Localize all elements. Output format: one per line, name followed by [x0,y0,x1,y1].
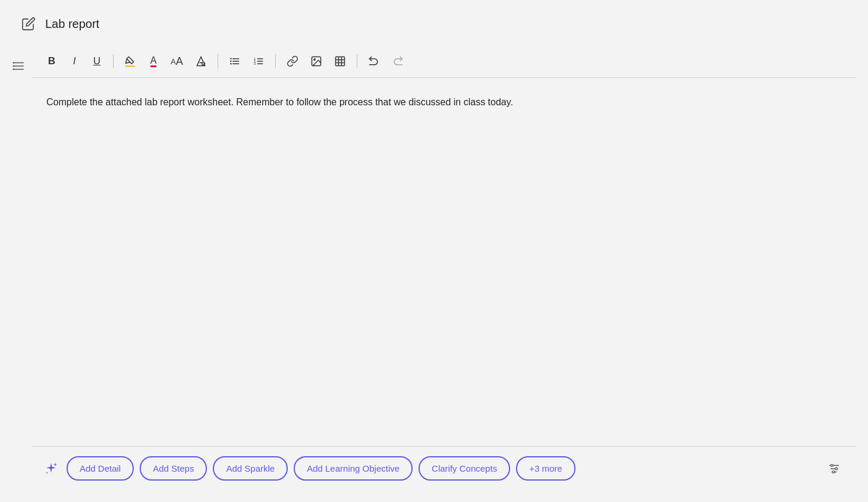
table-button[interactable] [329,51,351,71]
svg-rect-22 [335,57,344,66]
undo-button[interactable] [363,51,385,71]
svg-point-21 [314,59,316,61]
svg-text:3: 3 [253,62,255,65]
bold-button[interactable]: B [42,51,62,71]
filter-button[interactable] [824,459,844,479]
link-button[interactable] [282,51,303,71]
svg-point-3 [13,62,14,63]
add-sparkle-button[interactable]: Add Sparkle [213,456,288,481]
svg-point-5 [13,69,14,70]
action-bar: Add Detail Add Steps Add Sparkle Add Lea… [32,446,856,490]
editor-panel: B I U [32,45,856,490]
sparkle-icon [44,462,58,476]
redo-button[interactable] [387,51,408,71]
more-button[interactable]: +3 more [516,456,575,481]
add-detail-button[interactable]: Add Detail [67,456,134,481]
document-title: Lab report [45,17,99,31]
sidebar-list-icon[interactable] [12,45,32,490]
add-learning-objective-button[interactable]: Add Learning Objective [294,456,413,481]
divider-3 [275,54,276,68]
content-text: Complete the attached lab report workshe… [46,95,842,110]
divider-2 [218,54,218,68]
image-button[interactable] [306,51,327,71]
editor-container: B I U [12,45,856,490]
svg-point-31 [835,468,838,470]
svg-point-30 [831,464,834,466]
italic-button[interactable]: I [64,51,84,71]
svg-point-4 [13,66,14,67]
action-bar-right [824,459,844,479]
font-color-button[interactable]: A [143,51,163,71]
add-steps-button[interactable]: Add Steps [140,456,207,481]
title-bar: Lab report [12,12,856,36]
edit-icon[interactable] [21,17,36,31]
svg-point-10 [230,61,232,62]
divider-4 [357,54,357,68]
spellcheck-button[interactable] [190,51,212,71]
highlight-button[interactable] [119,51,141,71]
divider-1 [113,54,114,68]
bullet-list-button[interactable] [224,51,246,71]
clarify-concepts-button[interactable]: Clarify Concepts [419,456,510,481]
svg-point-12 [230,63,232,65]
editor-content[interactable]: Complete the attached lab report workshe… [32,78,856,446]
underline-button[interactable]: U [87,51,107,71]
numbered-list-button[interactable]: 1 2 3 [248,51,269,71]
formatting-toolbar: B I U [32,45,856,78]
svg-point-32 [832,470,835,473]
font-size-button[interactable]: AA [166,51,188,71]
svg-point-8 [230,58,232,60]
